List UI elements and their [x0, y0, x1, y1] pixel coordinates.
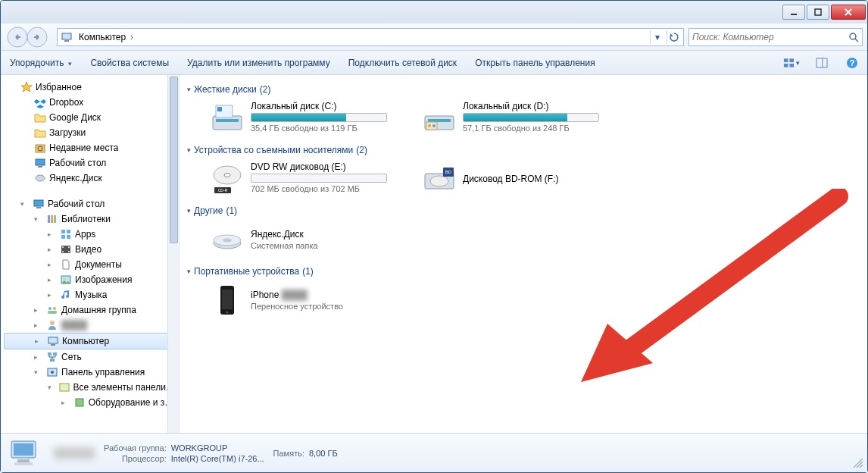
sidebar-favorites-head[interactable]: Избранное: [4, 80, 179, 95]
svg-point-69: [223, 239, 232, 243]
organize-button[interactable]: Упорядочить: [7, 56, 75, 70]
breadcrumb-item[interactable]: Компьютер: [76, 32, 136, 42]
svg-rect-75: [17, 459, 30, 462]
collapse-icon: ▾: [20, 200, 30, 208]
sidebar-item-music[interactable]: ▸Музыка: [4, 287, 179, 302]
svg-point-20: [36, 175, 45, 181]
sidebar-item-cp-all[interactable]: ▾Все элементы панели управле: [4, 380, 179, 395]
svg-rect-45: [50, 359, 55, 362]
desktop-icon: [34, 157, 46, 169]
sidebar-desktop-head[interactable]: ▾Рабочий стол: [4, 196, 179, 211]
section-portable[interactable]: ▾Портативные устройства (1): [187, 266, 860, 277]
svg-rect-23: [48, 215, 50, 223]
sidebar-scrollbar[interactable]: [167, 75, 179, 433]
sidebar-item-videos[interactable]: ▸Видео: [4, 242, 179, 257]
view-icons-button[interactable]: ▾: [782, 54, 801, 72]
svg-point-58: [432, 124, 436, 127]
minimize-button[interactable]: [782, 5, 805, 20]
usage-bar: [463, 113, 599, 122]
sidebar-item-ydisk[interactable]: Яндекс.Диск: [4, 171, 179, 186]
music-icon: [60, 289, 72, 301]
item-iphone[interactable]: iPhone ████Переносное устройство: [210, 283, 407, 318]
item-ydisk[interactable]: Яндекс.ДискСистемная папка: [210, 222, 407, 257]
sidebar-item-docs[interactable]: ▸Документы: [4, 257, 179, 272]
system-properties-button[interactable]: Свойства системы: [87, 56, 172, 70]
svg-rect-8: [784, 58, 788, 62]
sidebar-libraries-head[interactable]: ▾Библиотеки: [4, 211, 179, 227]
sidebar-item-computer[interactable]: ▸Компьютер: [4, 333, 179, 349]
sidebar-item-dropbox[interactable]: Dropbox: [4, 95, 179, 110]
resize-grip[interactable]: [852, 457, 863, 468]
svg-rect-42: [51, 344, 55, 346]
search-box[interactable]: [688, 28, 863, 46]
uninstall-change-button[interactable]: Удалить или изменить программу: [184, 56, 333, 70]
address-bar[interactable]: Компьютер ▾: [57, 28, 684, 46]
svg-rect-19: [38, 166, 42, 168]
collapse-icon: ▾: [34, 215, 43, 223]
drive-icon: [422, 101, 457, 136]
collapse-icon: ▾: [48, 384, 55, 391]
titlebar: [1, 1, 867, 23]
svg-point-37: [48, 307, 52, 310]
svg-rect-4: [62, 33, 71, 39]
sidebar-item-recent[interactable]: Недавние места: [4, 140, 179, 155]
computer-icon: [61, 31, 73, 43]
svg-rect-44: [53, 352, 57, 356]
sidebar-item-cpanel[interactable]: ▾Панель управления: [4, 365, 179, 380]
section-removable[interactable]: ▾Устройства со съемными носителями (2): [187, 145, 860, 155]
svg-rect-1: [815, 9, 821, 15]
section-other[interactable]: ▾Другие (1): [187, 205, 860, 216]
sidebar-item-apps[interactable]: ▸Apps: [4, 227, 179, 242]
nav-row: Компьютер ▾: [1, 23, 867, 51]
folder-icon: [34, 127, 46, 139]
svg-point-60: [224, 174, 230, 177]
refresh-button[interactable]: [667, 30, 680, 44]
cpu-value: Intel(R) Core(TM) i7-26...: [171, 454, 264, 463]
svg-point-36: [64, 278, 66, 280]
svg-rect-12: [816, 58, 827, 67]
map-drive-button[interactable]: Подключить сетевой диск: [345, 56, 460, 70]
pictures-icon: [60, 274, 72, 286]
drive-item-e[interactable]: CD-R DVD RW дисковод (E:)702 МБ свободно…: [210, 161, 407, 196]
svg-rect-39: [48, 311, 57, 314]
breadcrumb-dropdown[interactable]: ▾: [650, 30, 663, 44]
help-button[interactable]: ?: [843, 54, 861, 72]
svg-point-57: [428, 124, 431, 127]
ydisk-icon: [210, 222, 245, 257]
preview-pane-button[interactable]: [813, 54, 831, 72]
sidebar-item-cp-hw[interactable]: ▸Оборудование и звук: [4, 395, 179, 410]
drive-item-f[interactable]: BD Дисковод BD-ROM (F:): [422, 161, 619, 196]
sidebar-item-desktop[interactable]: Рабочий стол: [4, 155, 179, 171]
sidebar-item-pics[interactable]: ▸Изображения: [4, 272, 179, 287]
memory-value: 8,00 ГБ: [309, 449, 338, 458]
nav-back-forward[interactable]: [5, 26, 52, 49]
svg-rect-71: [222, 290, 233, 309]
search-input[interactable]: [692, 32, 848, 42]
svg-rect-31: [62, 246, 64, 248]
dropbox-icon: [34, 96, 46, 108]
open-cpanel-button[interactable]: Открыть панель управления: [472, 56, 598, 70]
close-button[interactable]: [831, 5, 866, 20]
svg-rect-51: [216, 119, 239, 122]
svg-point-38: [53, 307, 56, 310]
svg-rect-18: [36, 159, 45, 165]
maximize-button[interactable]: [807, 5, 829, 20]
sidebar-item-downloads[interactable]: Загрузки: [4, 125, 179, 140]
section-hdd[interactable]: ▾Жесткие диски (2): [187, 84, 860, 95]
statusbar-domain-blurred: [54, 447, 95, 459]
folder-icon: [34, 111, 46, 124]
svg-rect-21: [34, 200, 43, 206]
desktop-icon: [33, 198, 45, 210]
svg-rect-25: [54, 215, 56, 223]
sidebar-item-user[interactable]: ▸████: [4, 318, 179, 333]
drive-icon: [210, 101, 245, 136]
sidebar: Избранное Dropbox Google Диск Загрузки Н…: [1, 75, 180, 433]
sidebar-item-network[interactable]: ▸Сеть: [4, 349, 179, 365]
svg-text:?: ?: [850, 58, 855, 67]
drive-item-c[interactable]: Локальный диск (C:)35,4 ГБ свободно из 1…: [210, 101, 407, 136]
sidebar-item-gdrive[interactable]: Google Диск: [4, 110, 179, 125]
drive-item-d[interactable]: Локальный диск (D:)57,1 ГБ свободно из 2…: [422, 101, 619, 136]
network-icon: [46, 351, 58, 363]
svg-rect-9: [789, 58, 794, 62]
sidebar-item-homegroup[interactable]: ▸Домашняя группа: [4, 302, 179, 318]
